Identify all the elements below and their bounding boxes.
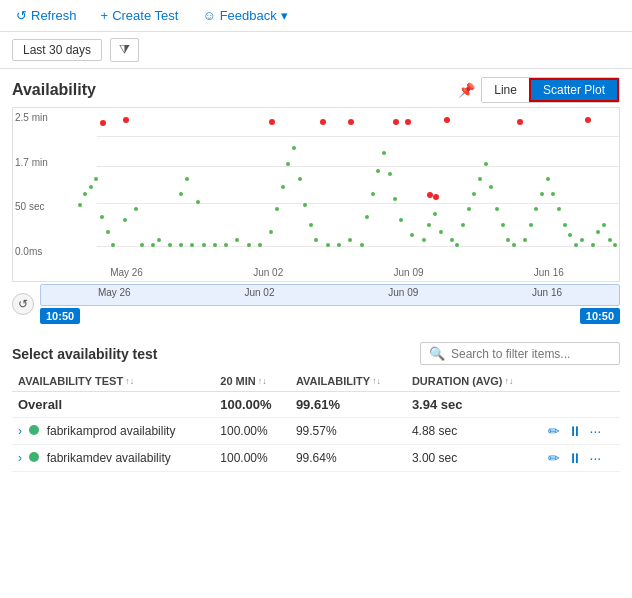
scatter-dot bbox=[529, 223, 533, 227]
x-axis-labels: May 26 Jun 02 Jun 09 Jun 16 bbox=[55, 263, 619, 281]
scatter-dot bbox=[213, 243, 217, 247]
sort-icon-name[interactable]: ↑↓ bbox=[125, 376, 134, 386]
scatter-dot bbox=[298, 177, 302, 181]
table-row[interactable]: › fabrikamdev availability 100.00% 99.64… bbox=[12, 445, 620, 472]
table-section-header: Select availability test 🔍 bbox=[12, 342, 620, 365]
availability-table: AVAILABILITY TEST ↑↓ 20 MIN ↑↓ AVAILABIL… bbox=[12, 371, 620, 472]
scatter-dot bbox=[286, 162, 290, 166]
search-input[interactable] bbox=[451, 347, 611, 361]
y-label-3: 0.0ms bbox=[15, 246, 53, 257]
scatter-dot bbox=[326, 243, 330, 247]
sort-icon-avail[interactable]: ↑↓ bbox=[372, 376, 381, 386]
create-test-button[interactable]: + Create Test bbox=[97, 6, 183, 25]
reset-icon: ↺ bbox=[18, 297, 28, 311]
date-range-button[interactable]: Last 30 days bbox=[12, 39, 102, 61]
search-box[interactable]: 🔍 bbox=[420, 342, 620, 365]
y-label-2: 50 sec bbox=[15, 201, 53, 212]
scatter-dot bbox=[461, 223, 465, 227]
scatter-dot bbox=[405, 119, 411, 125]
tl-label-2: Jun 09 bbox=[388, 287, 418, 298]
scatter-dot bbox=[439, 230, 443, 234]
scatter-plot-button[interactable]: Scatter Plot bbox=[529, 78, 619, 102]
chart-plot-area bbox=[55, 108, 619, 261]
scatter-dot bbox=[591, 243, 595, 247]
scatter-dot bbox=[235, 238, 239, 242]
scatter-dot bbox=[534, 207, 538, 211]
edit-button-2[interactable]: ✏ bbox=[548, 450, 560, 466]
edit-button-1[interactable]: ✏ bbox=[548, 423, 560, 439]
scatter-dot bbox=[371, 192, 375, 196]
pin-button[interactable]: 📌 bbox=[458, 82, 475, 98]
col-availability: AVAILABILITY ↑↓ bbox=[290, 371, 406, 392]
scatter-dot bbox=[450, 238, 454, 242]
scatter-dot bbox=[185, 177, 189, 181]
scatter-dot bbox=[123, 218, 127, 222]
pause-button-2[interactable]: ⏸ bbox=[568, 450, 582, 466]
row1-actions: ✏ ⏸ ··· bbox=[542, 418, 620, 445]
refresh-button[interactable]: ↺ Refresh bbox=[12, 6, 81, 25]
scatter-dot bbox=[501, 223, 505, 227]
scatter-dot bbox=[596, 230, 600, 234]
overall-row: Overall 100.00% 99.61% 3.94 sec bbox=[12, 392, 620, 418]
overall-duration: 3.94 sec bbox=[406, 392, 542, 418]
scatter-dot bbox=[309, 223, 313, 227]
scatter-dot bbox=[179, 243, 183, 247]
col-duration: DURATION (AVG) ↑↓ bbox=[406, 371, 542, 392]
scatter-dot bbox=[489, 185, 493, 189]
tl-label-0: May 26 bbox=[98, 287, 131, 298]
scatter-dot bbox=[179, 192, 183, 196]
scatter-dot bbox=[100, 120, 106, 126]
scatter-dot bbox=[427, 223, 431, 227]
feedback-button[interactable]: ☺ Feedback ▾ bbox=[198, 6, 291, 25]
scatter-dot bbox=[140, 243, 144, 247]
scatter-dot bbox=[303, 203, 307, 207]
tl-label-3: Jun 16 bbox=[532, 287, 562, 298]
scatter-dot bbox=[506, 238, 510, 242]
filter-button[interactable]: ⧩ bbox=[110, 38, 139, 62]
sort-icon-duration[interactable]: ↑↓ bbox=[505, 376, 514, 386]
expand-icon-2[interactable]: › bbox=[18, 451, 22, 465]
create-test-label: Create Test bbox=[112, 8, 178, 23]
more-button-2[interactable]: ··· bbox=[590, 450, 602, 466]
scatter-dot bbox=[348, 119, 354, 125]
timeline-reset-button[interactable]: ↺ bbox=[12, 293, 34, 315]
y-label-0: 2.5 min bbox=[15, 112, 53, 123]
plus-icon: + bbox=[101, 8, 109, 23]
feedback-label: Feedback bbox=[220, 8, 277, 23]
pin-icon: 📌 bbox=[458, 82, 475, 98]
timeline-container: ↺ May 26 Jun 02 Jun 09 Jun 16 10:50 10:5… bbox=[12, 284, 620, 334]
view-toggle: Line Scatter Plot bbox=[481, 77, 620, 103]
gridline-1 bbox=[97, 136, 619, 137]
scatter-dot bbox=[157, 238, 161, 242]
refresh-icon: ↺ bbox=[16, 8, 27, 23]
col-20min: 20 MIN ↑↓ bbox=[214, 371, 290, 392]
pause-button-1[interactable]: ⏸ bbox=[568, 423, 582, 439]
scatter-dot bbox=[89, 185, 93, 189]
timeline-handles: 10:50 10:50 bbox=[40, 308, 620, 324]
table-row[interactable]: › fabrikamprod availability 100.00% 99.5… bbox=[12, 418, 620, 445]
gridline-4 bbox=[97, 246, 619, 247]
scatter-dot bbox=[433, 212, 437, 216]
row2-duration: 3.00 sec bbox=[406, 445, 542, 472]
scatter-dot bbox=[320, 119, 326, 125]
timeline-bar[interactable]: May 26 Jun 02 Jun 09 Jun 16 bbox=[40, 284, 620, 306]
row1-20min: 100.00% bbox=[214, 418, 290, 445]
table-header-row: AVAILABILITY TEST ↑↓ 20 MIN ↑↓ AVAILABIL… bbox=[12, 371, 620, 392]
sort-icon-20min[interactable]: ↑↓ bbox=[258, 376, 267, 386]
scatter-dot bbox=[602, 223, 606, 227]
overall-availability: 99.61% bbox=[290, 392, 406, 418]
scatter-dot bbox=[523, 238, 527, 242]
line-view-button[interactable]: Line bbox=[482, 78, 529, 102]
scatter-dot bbox=[78, 203, 82, 207]
expand-icon-1[interactable]: › bbox=[18, 424, 22, 438]
scatter-dot bbox=[585, 117, 591, 123]
x-label-1: Jun 02 bbox=[253, 267, 283, 278]
timeline-end-handle[interactable]: 10:50 bbox=[580, 308, 620, 324]
scatter-dot bbox=[472, 192, 476, 196]
more-button-1[interactable]: ··· bbox=[590, 423, 602, 439]
scatter-dot bbox=[568, 233, 572, 237]
row1-name: › fabrikamprod availability bbox=[12, 418, 214, 445]
timeline-start-handle[interactable]: 10:50 bbox=[40, 308, 80, 324]
scatter-dot bbox=[484, 162, 488, 166]
scatter-dot bbox=[608, 238, 612, 242]
